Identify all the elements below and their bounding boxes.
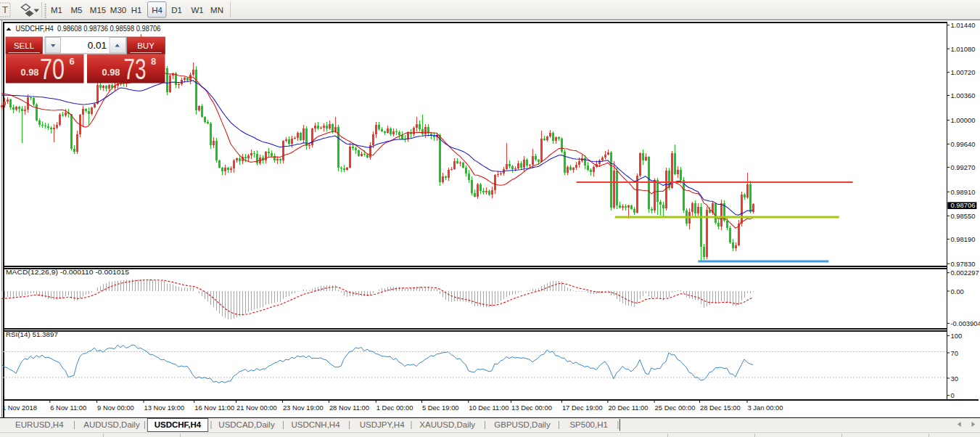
svg-text:0.99270: 0.99270 <box>951 163 976 171</box>
svg-text:73: 73 <box>124 53 147 85</box>
svg-text:1.01440: 1.01440 <box>951 21 976 29</box>
svg-text:1 Dec 00:00: 1 Dec 00:00 <box>376 404 413 412</box>
svg-text:USDCAD,Daily: USDCAD,Daily <box>218 420 275 429</box>
svg-text:1 Nov 2018: 1 Nov 2018 <box>2 404 37 412</box>
svg-text:6: 6 <box>70 56 75 67</box>
svg-text:H1: H1 <box>131 6 142 15</box>
svg-text:70: 70 <box>40 53 65 85</box>
svg-text:13 Dec 00:00: 13 Dec 00:00 <box>511 404 552 412</box>
svg-text:M15: M15 <box>90 6 106 15</box>
svg-text:0.97830: 0.97830 <box>951 260 976 268</box>
svg-text:AUDUSD,Daily: AUDUSD,Daily <box>83 420 140 429</box>
svg-text:0.00: 0.00 <box>951 287 964 295</box>
svg-text:1.00000: 1.00000 <box>951 116 976 124</box>
svg-text:10 Dec 11:00: 10 Dec 11:00 <box>469 404 508 412</box>
svg-text:0.98910: 0.98910 <box>951 188 976 196</box>
svg-text:1.00720: 1.00720 <box>951 68 976 76</box>
svg-text:5 Dec 19:00: 5 Dec 19:00 <box>422 404 459 412</box>
svg-text:0.98: 0.98 <box>102 68 120 78</box>
svg-text:USDCNH,H4: USDCNH,H4 <box>291 420 340 429</box>
svg-text:XAUUSD,Daily: XAUUSD,Daily <box>419 420 475 429</box>
svg-text:16 Nov 11:00: 16 Nov 11:00 <box>194 404 234 412</box>
svg-text:1.01080: 1.01080 <box>951 45 976 53</box>
svg-text:T: T <box>2 4 8 15</box>
svg-text:W1: W1 <box>191 6 203 15</box>
svg-text:20 Dec 11:00: 20 Dec 11:00 <box>608 404 648 412</box>
svg-text:-0.003904: -0.003904 <box>951 319 980 327</box>
svg-text:0.98550: 0.98550 <box>951 212 976 220</box>
svg-text:0: 0 <box>951 391 955 399</box>
svg-text:1.00360: 1.00360 <box>951 91 976 99</box>
svg-text:M5: M5 <box>71 6 83 15</box>
svg-text:USDCHF,H4: USDCHF,H4 <box>155 420 202 429</box>
svg-text:SP500,H1: SP500,H1 <box>569 420 607 429</box>
svg-text:0.01: 0.01 <box>88 40 107 51</box>
svg-text:0.99640: 0.99640 <box>951 140 976 148</box>
svg-text:D1: D1 <box>171 6 182 15</box>
svg-text:3 Jan 00:00: 3 Jan 00:00 <box>748 404 783 412</box>
svg-text:30: 30 <box>951 375 958 383</box>
svg-text:SELL: SELL <box>14 41 35 50</box>
svg-text:0.98: 0.98 <box>21 68 39 78</box>
svg-text:28 Dec 15:00: 28 Dec 15:00 <box>700 404 741 412</box>
svg-text:MACD(12,26,9) -0.000110 -0.001: MACD(12,26,9) -0.000110 -0.001015 <box>6 268 130 276</box>
svg-text:8: 8 <box>151 56 156 67</box>
svg-text:23 Nov 19:00: 23 Nov 19:00 <box>283 404 324 412</box>
svg-text:GBPUSD,Daily: GBPUSD,Daily <box>494 420 551 429</box>
svg-text:25 Dec 00:00: 25 Dec 00:00 <box>655 404 696 412</box>
svg-text:M30: M30 <box>110 6 126 15</box>
svg-text:H4: H4 <box>152 6 162 15</box>
svg-text:21 Nov 00:00: 21 Nov 00:00 <box>236 404 277 412</box>
svg-text:RSI(14) 51.3897: RSI(14) 51.3897 <box>6 330 58 338</box>
svg-text:0.002297: 0.002297 <box>951 269 979 277</box>
svg-text:MN: MN <box>210 6 223 15</box>
svg-text:0.98706: 0.98706 <box>951 201 976 209</box>
svg-text:USDCHF,H4 0.98608 0.98736 0.9: USDCHF,H4 0.98608 0.98736 0.98598 0.9870… <box>16 25 161 33</box>
svg-text:0.98190: 0.98190 <box>951 235 976 243</box>
svg-text:6 Nov 11:00: 6 Nov 11:00 <box>50 404 86 412</box>
svg-text:100: 100 <box>951 332 963 340</box>
svg-text:17 Dec 19:00: 17 Dec 19:00 <box>562 404 603 412</box>
svg-text:9 Nov 00:00: 9 Nov 00:00 <box>97 404 134 412</box>
svg-text:EURUSD,H4: EURUSD,H4 <box>15 420 64 429</box>
svg-text:70: 70 <box>951 349 958 357</box>
svg-text:M1: M1 <box>51 6 62 15</box>
svg-text:13 Nov 19:00: 13 Nov 19:00 <box>144 404 185 412</box>
svg-text:USDJPY,H4: USDJPY,H4 <box>360 420 405 429</box>
svg-text:BUY: BUY <box>137 41 155 50</box>
svg-text:28 Nov 11:00: 28 Nov 11:00 <box>329 404 369 412</box>
